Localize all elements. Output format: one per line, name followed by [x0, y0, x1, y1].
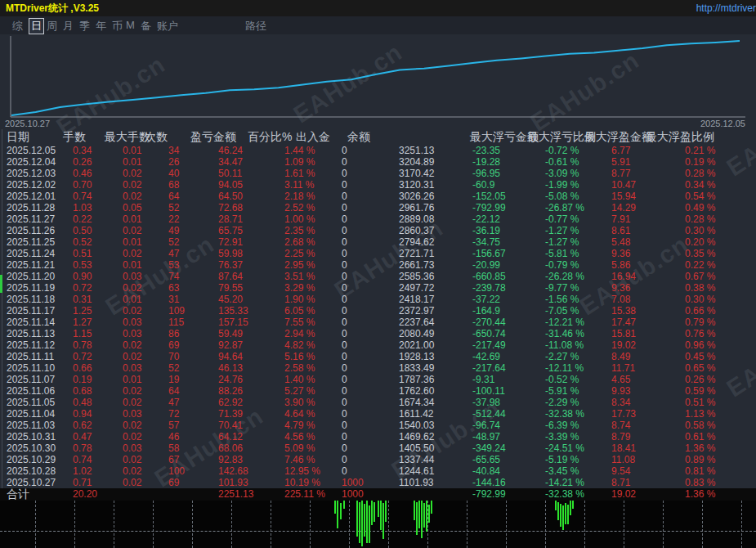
histogram-bar [570, 501, 571, 515]
cell-trades: 58 [168, 442, 179, 454]
table-row[interactable]: 2025.11.210.530.015376.372.95 %02661.73-… [0, 259, 756, 271]
column-header-date[interactable]: 日期 [7, 130, 29, 145]
cell-balance: 2418.17 [399, 294, 434, 305]
cell-profit: 79.55 [218, 282, 243, 294]
cell-trades: 68 [168, 179, 179, 191]
column-header-max-floating-profit-pct[interactable]: 最大浮盈比例 [646, 130, 714, 145]
grid-line-vertical [231, 501, 232, 548]
cell-lots: 0.74 [73, 191, 92, 202]
histogram-bar [374, 502, 375, 522]
table-row[interactable]: 2025.10.281.020.02100142.6812.95 %01244.… [0, 465, 756, 477]
cell-profit: 70.41 [218, 420, 243, 431]
cell-max-lots: 0.02 [123, 465, 141, 477]
column-header-max-lots[interactable]: 最大手数 [105, 130, 150, 145]
table-row[interactable]: 2025.11.131.150.038659.492.94 %02080.49-… [0, 328, 756, 339]
table-row[interactable]: 2025.11.250.520.015272.912.68 %02794.62-… [0, 236, 756, 248]
cell-balance: 1833.49 [399, 362, 434, 374]
bottom-histogram-chart [0, 501, 756, 548]
cell-max-lots: 0.02 [123, 191, 141, 202]
table-row[interactable]: 2025.11.040.940.037271.394.64 %01611.42-… [0, 408, 756, 420]
menu-item-3[interactable]: 周 [47, 19, 57, 34]
column-header-in-out[interactable]: 出入金 [296, 130, 330, 145]
menu-item-11[interactable]: 路径 [245, 19, 266, 34]
menu-item-10[interactable]: 账户 [157, 19, 178, 34]
table-row[interactable]: 2025.11.281.030.055272.682.52 %02961.76-… [0, 202, 756, 213]
cell-profit: 72.91 [218, 236, 243, 248]
histogram-bar [364, 504, 365, 537]
cell-max-floating-profit-pct: 0.61 % [685, 431, 715, 442]
cell-trades: 115 [168, 317, 184, 328]
cell-max-floating-loss-pct: -12.11 % [545, 362, 584, 374]
cell-profit: 142.68 [218, 465, 248, 477]
cell-in-out: 0 [342, 385, 347, 397]
table-row[interactable]: 2025.11.190.720.026379.553.29 %02497.72-… [0, 282, 756, 294]
table-row[interactable]: 2025.11.060.680.026488.265.27 %01762.60-… [0, 385, 756, 397]
cell-max-floating-loss: -512.44 [472, 408, 506, 420]
cell-trades: 49 [168, 225, 179, 236]
table-row[interactable]: 2025.11.070.190.011924.761.40 %01787.36-… [0, 374, 756, 385]
menu-item-5[interactable]: 季 [79, 19, 90, 34]
table-row[interactable]: 2025.11.120.780.026992.874.82 %02021.00-… [0, 339, 756, 351]
grid-line-vertical [349, 501, 350, 548]
table-row[interactable]: 2025.11.141.270.03115157.157.55 %02237.6… [0, 317, 756, 328]
histogram-bar [380, 501, 382, 530]
table-row[interactable]: 2025.11.030.620.025770.414.79 %01540.03-… [0, 420, 756, 431]
column-header-lots[interactable]: 手数 [63, 130, 86, 145]
cell-max-floating-loss: -792.99 [472, 202, 506, 213]
cell-lots: 1.27 [73, 317, 92, 328]
histogram-bar [340, 503, 342, 519]
menu-item-1[interactable]: 综 [12, 19, 23, 34]
menu-item-6[interactable]: 年 [96, 19, 106, 34]
table-row[interactable]: 2025.11.200.900.037487.643.51 %02585.36-… [0, 271, 756, 282]
menu-item-7[interactable]: 币 [112, 19, 123, 34]
histogram-bar [369, 505, 370, 543]
column-header-percent[interactable]: 百分比% [248, 130, 292, 145]
table-row[interactable]: 2025.12.010.740.026464.502.18 %03026.26-… [0, 191, 756, 202]
column-header-profit[interactable]: 盈亏金额 [190, 130, 236, 145]
column-header-balance[interactable]: 余额 [347, 130, 370, 145]
table-row[interactable]: 2025.12.020.700.026894.053.11 %03120.31-… [0, 179, 756, 191]
cell-percent: 4.64 % [284, 408, 315, 420]
cell-date: 2025.12.03 [7, 168, 56, 179]
table-row[interactable]: 2025.10.310.470.024664.124.56 %01469.62-… [0, 431, 756, 442]
grid-line-vertical [271, 501, 271, 548]
cell-percent: 1.40 % [284, 374, 315, 385]
table-row[interactable]: 2025.11.270.220.012228.711.00 %02889.08-… [0, 213, 756, 225]
cell-percent: 2.52 % [284, 202, 315, 213]
cell-profit: 46.13 [218, 362, 243, 374]
table-row[interactable]: 2025.11.260.500.024965.752.35 %02860.37-… [0, 225, 756, 236]
cell-in-out: 0 [342, 225, 347, 236]
table-row[interactable]: 2025.11.050.480.024762.923.90 %01674.34-… [0, 397, 756, 408]
website-link[interactable]: http://mtdriver [696, 2, 756, 14]
cell-in-out: 0 [342, 431, 347, 442]
cell-profit: 34.47 [218, 156, 243, 168]
cell-date: 2025.10.30 [7, 442, 56, 454]
cell-balance: 2794.62 [399, 236, 434, 248]
menu-item-9[interactable]: 备 [141, 19, 151, 34]
table-row[interactable]: 2025.12.030.460.024050.111.61 %03170.42-… [0, 168, 756, 179]
column-header-trades[interactable]: 次数 [145, 130, 168, 145]
menu-item-8[interactable]: M [126, 19, 135, 31]
table-row[interactable]: 2025.11.110.720.027094.645.16 %01928.13-… [0, 351, 756, 362]
table-row[interactable]: 2025.11.171.250.02109135.336.05 %02372.9… [0, 305, 756, 317]
total-label: 合计 [7, 488, 29, 501]
menu-item-4[interactable]: 月 [63, 19, 74, 34]
menu-item-2[interactable]: 日 [29, 18, 44, 34]
table-row[interactable]: 2025.12.040.260.012634.471.09 %03204.89-… [0, 156, 756, 168]
table-row[interactable]: 2025.10.270.710.0269101.9310.19 %1000110… [0, 477, 756, 488]
table-row[interactable]: 2025.11.100.660.035246.132.58 %01833.49-… [0, 362, 756, 374]
table-row[interactable]: 2025.11.180.310.013145.201.90 %02418.17-… [0, 294, 756, 305]
table-row[interactable]: 2025.10.290.740.026792.837.46 %01337.44-… [0, 454, 756, 465]
table-row[interactable]: 2025.11.240.510.024759.982.25 %02721.71-… [0, 248, 756, 259]
cell-max-floating-loss: -156.67 [472, 248, 506, 259]
histogram-bar [337, 501, 338, 528]
table-row[interactable]: 2025.12.050.340.013446.241.44 %03251.13-… [0, 145, 756, 156]
column-header-max-floating-profit[interactable]: 最大浮盈金额 [584, 130, 653, 145]
cell-max-floating-loss: -100.11 [472, 385, 505, 397]
table-row[interactable]: 2025.10.300.780.035868.065.09 %01405.50-… [0, 442, 756, 454]
chart-start-date-label: 2025.10.27 [5, 119, 50, 128]
cell-max-lots: 0.03 [123, 442, 141, 454]
total-percent: 225.11 % [284, 488, 325, 501]
cell-in-out: 0 [342, 317, 347, 328]
cell-max-lots: 0.02 [123, 339, 141, 351]
